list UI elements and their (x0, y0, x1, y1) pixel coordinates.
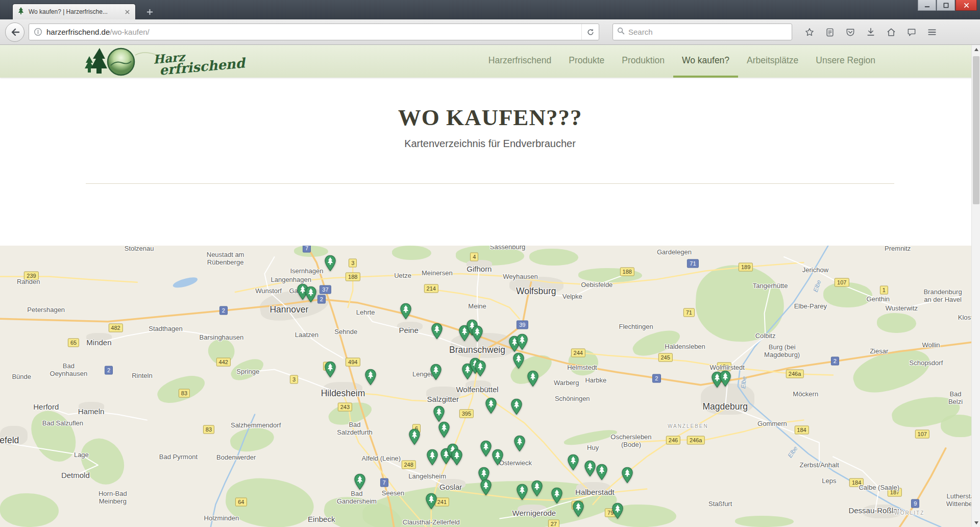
map-marker-pin[interactable] (480, 479, 492, 497)
map-marker-pin[interactable] (531, 480, 543, 498)
map-marker-pin[interactable] (492, 449, 504, 467)
map-marker-pin[interactable] (568, 454, 579, 472)
map-marker-pin[interactable] (510, 398, 522, 417)
download-icon[interactable] (861, 22, 881, 42)
map-marker-pin[interactable] (621, 467, 633, 485)
tab-close-icon[interactable] (123, 8, 131, 16)
map-city-label: Lehrte (356, 309, 375, 317)
nav-item-wo-kaufen[interactable]: Wo kaufen? (673, 45, 738, 78)
bookmarks-menu-icon[interactable] (820, 22, 840, 42)
browser-tab[interactable]: Wo kaufen? | Harzerfrische... (12, 4, 136, 19)
pocket-icon[interactable] (840, 22, 861, 42)
home-icon[interactable] (881, 22, 901, 42)
window-close-button[interactable] (955, 0, 977, 11)
map-marker-pin[interactable] (513, 435, 525, 453)
map-city-label: Einbeck (308, 515, 335, 523)
map-marker-pin[interactable] (527, 370, 539, 389)
map-marker-pin[interactable] (400, 303, 411, 322)
map-marker-pin[interactable] (517, 334, 528, 352)
nav-item-produktion[interactable]: Produktion (613, 45, 673, 78)
map-marker-pin[interactable] (354, 473, 365, 492)
nav-item-harzerfrischend[interactable]: Harzerfrischend (480, 45, 560, 78)
site-nav: Harzerfrischend Produkte Produktion Wo k… (480, 45, 884, 78)
map-city-label: Wernigerode (512, 509, 556, 517)
page-subtitle: Kartenverzeichnis für Endverbraucher (0, 138, 980, 150)
search-bar[interactable]: Search (612, 23, 792, 40)
map-marker-pin[interactable] (305, 286, 316, 305)
back-button[interactable] (5, 22, 24, 42)
map-marker-pin[interactable] (512, 353, 524, 371)
map-marker-pin[interactable] (719, 370, 731, 389)
map-city-label: Herford (33, 402, 59, 411)
map-marker-pin[interactable] (596, 464, 607, 482)
map-marker-pin[interactable] (551, 487, 562, 506)
map-city-label: Hannover (270, 304, 308, 315)
map-canvas[interactable]: ElbeElbeElbe2394826544283836431882144188… (0, 246, 980, 527)
toolbar-icons (799, 22, 942, 42)
map-marker-pin[interactable] (426, 449, 438, 467)
map-marker-pin[interactable] (517, 484, 528, 502)
map-marker-pin[interactable] (325, 362, 336, 380)
scrollbar-up-icon[interactable] (972, 45, 980, 54)
map-city-label: Rahden (17, 278, 40, 286)
map-city-label: Wolfenbüttel (456, 385, 498, 394)
nav-item-unsere-region[interactable]: Unsere Region (807, 45, 884, 78)
scrollbar-down-icon[interactable] (972, 518, 980, 527)
map-marker-pin[interactable] (472, 326, 483, 344)
nav-item-arbeitsplaetze[interactable]: Arbeitsplätze (738, 45, 807, 78)
menu-hamburger-icon[interactable] (922, 22, 942, 42)
map-marker-pin[interactable] (485, 398, 497, 416)
map-city-label: Oebisfelde (581, 281, 612, 289)
road-badge: 2 (652, 374, 660, 382)
map-city-label: Salzgitter (427, 395, 459, 404)
map-city-label: Stolzenau (125, 246, 154, 253)
map-city-label: Sassenburg (490, 246, 525, 251)
map-marker-pin[interactable] (584, 460, 596, 478)
chat-bubble-icon[interactable] (901, 22, 922, 42)
map-marker-pin[interactable] (474, 360, 486, 378)
map-city-label: Klost (958, 314, 973, 322)
map-city-label: Laatzen (295, 331, 318, 339)
map-city-label: WÖRLITZ (894, 510, 924, 516)
bookmark-star-icon[interactable] (799, 22, 820, 42)
map-marker-pin[interactable] (451, 449, 462, 467)
map-marker-pin[interactable] (431, 323, 443, 342)
map-marker-pin[interactable] (611, 502, 623, 521)
road-badge: 2 (105, 366, 113, 374)
scrollbar-thumb[interactable] (973, 56, 979, 204)
road-badge: 214 (424, 284, 438, 293)
map-marker-pin[interactable] (572, 500, 584, 519)
reload-button[interactable] (581, 24, 599, 40)
road-badge: 442 (216, 357, 231, 366)
page-scrollbar[interactable] (971, 45, 980, 527)
page-title: WO KAUFEN??? (0, 78, 980, 131)
map-city-label: Bodenwerder (216, 453, 256, 461)
map-city-label: Detmold (61, 471, 90, 480)
map-marker-pin[interactable] (425, 493, 437, 511)
road-badge: 83 (203, 425, 214, 434)
map-marker-pin[interactable] (480, 440, 492, 459)
map-city-label: Salzhemmendorf (231, 421, 281, 429)
site-logo[interactable]: Harz erfrischend (84, 46, 244, 78)
new-tab-button[interactable] (141, 5, 158, 18)
map-marker-pin[interactable] (438, 421, 450, 440)
map-city-label: Elbe-Parey (794, 303, 827, 310)
map-city-label: Warberg (554, 379, 579, 387)
road-badge: 246a (687, 436, 704, 444)
page-info-icon[interactable] (29, 28, 46, 36)
road-badge: 71 (687, 259, 698, 268)
map-city-label: Tangerhütte (753, 282, 788, 290)
map-city-label: Hameln (78, 407, 105, 416)
url-bar[interactable]: harzerfrischend.de/wo-kaufen/ (29, 23, 599, 40)
nav-item-produkte[interactable]: Produkte (560, 45, 613, 78)
map-marker-pin[interactable] (325, 255, 336, 273)
map-marker-pin[interactable] (364, 369, 376, 388)
map-marker-pin[interactable] (409, 428, 421, 447)
road-badge: 4 (470, 253, 478, 261)
window-maximize-button[interactable] (937, 0, 955, 11)
map-city-label: Flechtingen (619, 323, 653, 331)
window-minimize-button[interactable] (918, 0, 936, 11)
map-marker-pin[interactable] (430, 364, 442, 382)
map-city-label: Meinersen (422, 270, 453, 277)
road-badge: 188 (346, 273, 360, 281)
